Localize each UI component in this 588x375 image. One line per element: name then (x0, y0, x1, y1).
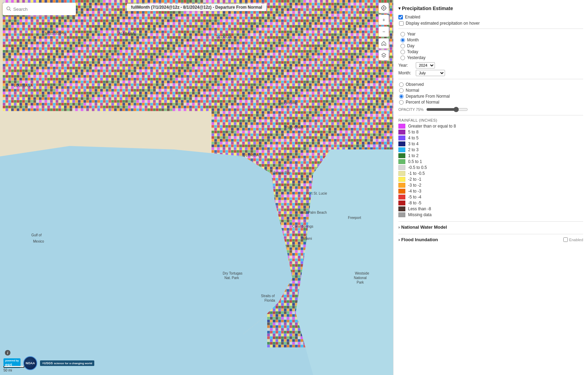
legend-swatch (398, 206, 405, 211)
time-day-label: Day (407, 43, 414, 48)
legend-items: Greater than or equal to 8 5 to 8 4 to 5… (398, 124, 583, 217)
search-bar (3, 3, 76, 15)
search-input[interactable] (13, 7, 72, 12)
legend-label: -8 to -5 (408, 201, 421, 205)
legend-item: -5 to -4 (398, 195, 583, 199)
national-water-model-section: › National Water Model (398, 221, 583, 230)
display-percent-radio[interactable] (399, 100, 404, 105)
year-select[interactable]: 20202021202220232024 (416, 62, 435, 68)
legend-item: 2 to 3 (398, 147, 583, 152)
flood-enabled-checkbox[interactable] (563, 237, 568, 242)
enabled-checkbox[interactable] (398, 15, 403, 19)
opacity-slider[interactable] (426, 107, 468, 112)
legend-swatch (398, 195, 405, 199)
scale-label: 50 mi (3, 368, 12, 372)
time-today-radio[interactable] (400, 50, 405, 54)
legend-item: -2 to -1 (398, 177, 583, 182)
legend-item: -3 to -2 (398, 183, 583, 188)
map-container[interactable]: fullMonth (7/1/2024@12z - 8/1/2024@12z) … (0, 0, 393, 375)
time-options: Year Month Day Today Yesterday (400, 32, 583, 60)
month-label: Month: (398, 71, 413, 75)
month-row: Month: JanuaryFebruaryMarchAprilMayJuneJ… (398, 70, 583, 76)
legend-label: -3 to -2 (408, 183, 421, 188)
legend-label: -0.5 to 0.5 (408, 165, 427, 170)
display-normal-radio[interactable] (399, 88, 404, 93)
svg-line-1 (10, 9, 11, 11)
flood-inundation-header: › Flood Inundation Enabled (398, 237, 583, 242)
time-today-row: Today (400, 49, 583, 54)
legend-swatch (398, 201, 405, 205)
national-water-model-header[interactable]: › National Water Model (398, 225, 583, 230)
legend-label: -5 to -4 (408, 195, 421, 199)
display-normal-label: Normal (406, 88, 419, 93)
scale-bar-container: 50 mi (3, 366, 24, 372)
legend-swatch (398, 153, 405, 158)
chevron-down-icon: ▾ (398, 6, 400, 11)
display-hover-checkbox[interactable] (399, 21, 404, 26)
legend-swatch (398, 189, 405, 194)
right-panel: ▾ Precipitation Estimate Enabled Display… (393, 0, 588, 375)
time-day-radio[interactable] (400, 44, 405, 48)
legend-label: Greater than or equal to 8 (408, 124, 456, 129)
legend-label: Less than -8 (408, 206, 431, 211)
legend-item: 5 to 8 (398, 130, 583, 134)
legend-label: 1 to 2 (408, 153, 419, 158)
legend-label: 0.5 to 1 (408, 159, 422, 164)
legend-item: Missing data (398, 212, 583, 217)
legend-label: -4 to -3 (408, 189, 421, 194)
display-observed-label: Observed (406, 82, 424, 87)
opacity-row: OPACITY 75% (398, 107, 583, 112)
display-departure-row: Departure From Normal (398, 94, 583, 99)
map-canvas (0, 0, 393, 375)
home-button[interactable] (379, 38, 389, 49)
legend-label: -2 to -1 (408, 177, 421, 182)
search-icon (6, 6, 11, 12)
time-year-label: Year (407, 32, 415, 36)
map-tools: + − (379, 3, 389, 60)
display-hover-label: Display estimated precipitation on hover (406, 21, 480, 26)
legend-item: -8 to -5 (398, 201, 583, 205)
legend-item: 3 to 4 (398, 141, 583, 146)
flood-inundation-section: › Flood Inundation Enabled (398, 234, 583, 242)
display-observed-radio[interactable] (399, 82, 404, 87)
svg-point-0 (7, 7, 10, 10)
zoom-in-button[interactable]: + (379, 15, 389, 25)
display-departure-radio[interactable] (399, 94, 404, 99)
time-month-row: Month (400, 38, 583, 42)
info-icon[interactable]: i (5, 350, 10, 356)
time-month-radio[interactable] (400, 38, 405, 42)
legend-item: Less than -8 (398, 206, 583, 211)
flood-inundation-title: Flood Inundation (401, 237, 438, 242)
precipitation-estimate-header[interactable]: ▾ Precipitation Estimate (398, 4, 583, 13)
opacity-label: OPACITY 75% (398, 107, 423, 112)
legend-label: 2 to 3 (408, 147, 419, 152)
display-percent-label: Percent of Normal (406, 100, 439, 105)
zoom-out-button[interactable]: − (379, 26, 389, 37)
legend-swatch (398, 124, 405, 129)
time-yesterday-label: Yesterday (407, 55, 426, 60)
svg-point-3 (383, 7, 384, 9)
layers-button[interactable] (379, 50, 389, 60)
month-select[interactable]: JanuaryFebruaryMarchAprilMayJuneJulyAugu… (416, 70, 445, 76)
time-year-radio[interactable] (400, 32, 405, 36)
legend-item: -0.5 to 0.5 (398, 165, 583, 170)
flood-enabled-label: Enabled (569, 238, 583, 242)
display-observed-row: Observed (398, 82, 583, 87)
enabled-label: Enabled (405, 15, 420, 19)
map-title: fullMonth (7/1/2024@12z - 8/1/2024@12z) … (127, 3, 267, 11)
usgs-logo: ≡USGS science for a changing world (40, 360, 94, 366)
legend-item: 4 to 5 (398, 136, 583, 140)
legend-label: 3 to 4 (408, 141, 419, 146)
legend-swatch (398, 159, 405, 164)
legend-item: 1 to 2 (398, 153, 583, 158)
flood-expand-icon[interactable]: › (398, 237, 400, 242)
legend-item: 0.5 to 1 (398, 159, 583, 164)
expand-icon: › (398, 225, 400, 230)
time-yesterday-radio[interactable] (400, 56, 405, 60)
legend-label: 5 to 8 (408, 130, 419, 134)
legend-swatch (398, 136, 405, 140)
time-today-label: Today (407, 49, 418, 54)
year-row: Year: 20202021202220232024 (398, 62, 583, 68)
display-percent-row: Percent of Normal (398, 100, 583, 105)
locate-button[interactable] (379, 3, 389, 13)
